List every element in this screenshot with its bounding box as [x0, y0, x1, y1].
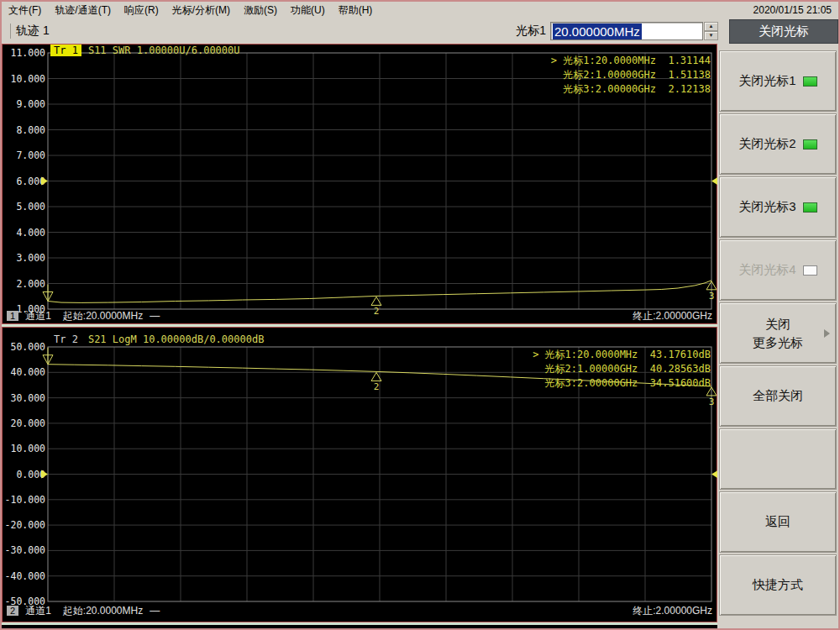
sweep-start-label: 起始:20.0000MHz: [63, 604, 143, 618]
marker1-field-label: 光标1: [516, 24, 550, 39]
reference-level-marker-right: [711, 470, 717, 479]
softkey-label: 返回: [765, 514, 790, 530]
channel-badge: 2: [7, 606, 18, 616]
softkey-close-all[interactable]: 全部关闭: [719, 365, 837, 427]
y-tick-label: 10.000: [10, 443, 45, 454]
softkey-label: 关闭光标2: [738, 136, 795, 152]
y-tick-label: 4.000: [16, 227, 45, 239]
y-tick-label: 40.000: [10, 366, 45, 378]
menu-help[interactable]: 帮助(H): [339, 3, 373, 18]
y-axis-labels: 11.00010.0009.0008.0007.0006.0005.0004.0…: [10, 47, 45, 315]
y-tick-label: 6.000: [16, 176, 45, 187]
sweep-indicator: —: [150, 310, 160, 322]
y-tick-label: 2.000: [16, 278, 45, 290]
led-indicator: [803, 202, 817, 213]
softkey-blank[interactable]: [719, 428, 837, 490]
stimulus-spinner: ▲ ▼: [704, 22, 718, 40]
menu-file[interactable]: 文件(F): [8, 3, 41, 18]
chart1-trace-title: Tr 1 S11 SWR 1.00000U/6.00000U: [50, 45, 240, 56]
marker-readout-row: 光标2:1.00000GHz 1.51138: [551, 68, 711, 82]
softkey-label: 快捷方式: [753, 577, 803, 593]
led-indicator: [803, 139, 817, 150]
active-trace-label: 轨迹 1: [10, 24, 50, 39]
softkey-label: 关闭光标4: [738, 262, 795, 278]
marker-stimulus-input[interactable]: 20.000000MHz: [550, 22, 703, 40]
softkey-label: 关闭光标3: [738, 199, 795, 215]
softkey-label: 关闭光标1: [738, 73, 795, 89]
chart2-channel-status: 2 通道1 起始:20.0000MHz — 终止:2.00000GHz: [5, 605, 714, 617]
menu-trace-channel[interactable]: 轨迹/通道(T): [55, 3, 111, 18]
y-tick-label: 50.000: [10, 341, 45, 353]
trace2-selector[interactable]: Tr 2: [50, 333, 81, 345]
y-tick-label: -40.000: [5, 570, 46, 582]
softkey-close-marker4[interactable]: 关闭光标4: [719, 239, 837, 301]
marker-stimulus-value: 20.000000MHz: [553, 24, 642, 39]
y-tick-label: 3.000: [16, 252, 45, 264]
channel-badge: 1: [7, 311, 18, 321]
marker-readout-row: 光标3:2.00000GHz 34.51600dB: [533, 376, 711, 391]
chart2-trace-title: Tr 2 S21 LogM 10.00000dB/0.00000dB: [50, 333, 264, 345]
softkey-close-more-markers[interactable]: 关闭 更多光标: [719, 302, 837, 364]
sweep-start-label: 起始:20.0000MHz: [63, 309, 143, 323]
chart2-marker-readout: > 光标1:20.0000MHz 43.17610dB光标2:1.00000GH…: [533, 348, 711, 391]
led-indicator: [803, 265, 817, 276]
y-tick-label: -30.000: [5, 544, 46, 556]
chart1-channel-status: 1 通道1 起始:20.0000MHz — 终止:2.00000GHz: [5, 310, 714, 322]
marker-readout-row: 光标3:2.00000GHz 2.12138: [551, 82, 711, 97]
sweep-indicator: —: [150, 605, 160, 617]
y-tick-label: 30.000: [10, 392, 45, 404]
marker-readout-row: > 光标1:20.0000MHz 1.31144: [551, 54, 711, 68]
channel-label: 通道1: [25, 309, 51, 323]
reference-level-marker-right: [711, 177, 717, 186]
channel-label: 通道1: [25, 604, 51, 618]
y-tick-label: -10.000: [5, 494, 46, 506]
y-tick-label: 5.000: [16, 201, 45, 213]
sweep-stop-label: 终止:2.00000GHz: [633, 604, 714, 618]
softkey-close-marker3[interactable]: 关闭光标3: [719, 176, 837, 238]
y-tick-label: 20.000: [10, 417, 45, 429]
marker-readout-row: > 光标1:20.0000MHz 43.17610dB: [533, 348, 711, 362]
softkey-shortcut[interactable]: 快捷方式: [719, 554, 837, 616]
panel-divider: [2, 622, 717, 625]
chart1-marker-readout: > 光标1:20.0000MHz 1.31144光标2:1.00000GHz 1…: [551, 54, 711, 97]
menu-bar: 文件(F) 轨迹/通道(T) 响应(R) 光标/分析(M) 激励(S) 功能(U…: [2, 2, 838, 18]
y-tick-label: -20.000: [5, 519, 46, 531]
marker-readout-row: 光标2:1.00000GHz 40.28563dB: [533, 362, 711, 376]
trace2-measurement-label: S21 LogM 10.00000dB/0.00000dB: [88, 333, 265, 345]
submenu-arrow-icon: [824, 329, 830, 338]
menu-stimulus[interactable]: 激励(S): [244, 3, 277, 18]
marker-number-label: 3: [709, 291, 715, 302]
softkey-sidebar: 关闭光标1 关闭光标2 关闭光标3 关闭光标4 关闭 更多光标 全部关闭: [717, 44, 838, 628]
menu-response[interactable]: 响应(R): [124, 3, 159, 18]
softkey-close-marker2[interactable]: 关闭光标2: [719, 113, 837, 175]
led-indicator: [803, 76, 817, 87]
close-marker-menu-button[interactable]: 关闭光标: [729, 19, 838, 44]
softkey-close-marker1[interactable]: 关闭光标1: [719, 50, 837, 112]
softkey-return[interactable]: 返回: [719, 491, 837, 553]
y-tick-label: 0.000: [16, 469, 45, 480]
marker-number-label: 2: [374, 381, 380, 392]
trace1-measurement-label: S11 SWR 1.00000U/6.00000U: [88, 45, 240, 56]
spinner-up-button[interactable]: ▲: [704, 22, 718, 31]
toolbar: 轨迹 1 光标1 20.000000MHz ▲ ▼: [2, 18, 838, 44]
y-tick-label: 7.000: [16, 150, 45, 161]
trace1-selector[interactable]: Tr 1: [50, 45, 81, 56]
softkey-label: 关闭 更多光标: [753, 315, 803, 352]
vna-app-window: 文件(F) 轨迹/通道(T) 响应(R) 光标/分析(M) 激励(S) 功能(U…: [0, 0, 840, 630]
softkey-label: 全部关闭: [753, 388, 803, 404]
chart1-panel: 11.00010.0009.0008.0007.0006.0005.0004.0…: [2, 44, 717, 324]
y-tick-label: 11.000: [10, 47, 45, 59]
menu-marker-analysis[interactable]: 光标/分析(M): [172, 3, 230, 18]
marker-number-label: 3: [709, 396, 715, 407]
spinner-down-button[interactable]: ▼: [704, 31, 718, 40]
sweep-stop-label: 终止:2.00000GHz: [633, 309, 714, 323]
datetime-display: 2020/01/15 21:05: [753, 4, 838, 16]
y-tick-label: 9.000: [16, 98, 45, 110]
charts-area: 11.00010.0009.0008.0007.0006.0005.0004.0…: [2, 44, 717, 628]
y-tick-label: 8.000: [16, 124, 45, 136]
chart2-panel: 50.00040.00030.00020.00010.0000.000-10.0…: [2, 327, 717, 622]
menu-utility[interactable]: 功能(U): [291, 3, 325, 18]
y-axis-labels: 50.00040.00030.00020.00010.0000.000-10.0…: [5, 341, 46, 607]
y-tick-label: 10.000: [10, 73, 45, 85]
